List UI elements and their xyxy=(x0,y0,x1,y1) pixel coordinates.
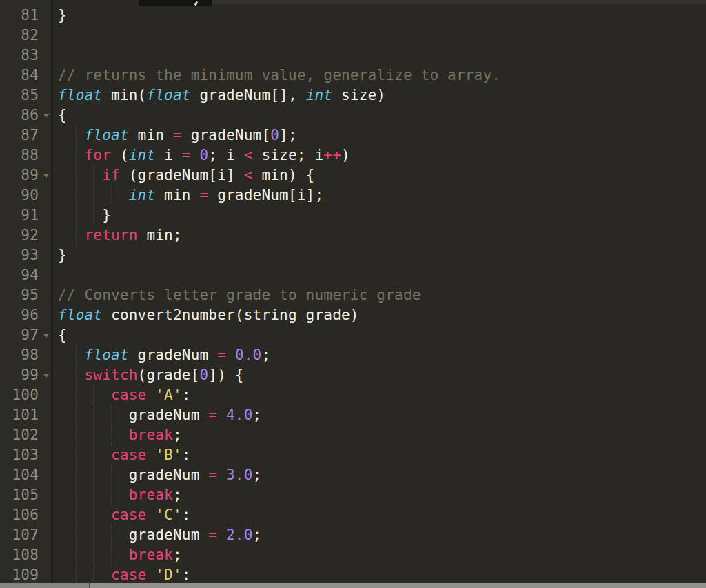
line-number: 88 xyxy=(0,145,39,165)
code-text[interactable]: float convert2number(string grade) xyxy=(58,305,706,325)
code-text[interactable]: break; xyxy=(58,425,706,445)
code-token: gradeNum[i]; xyxy=(208,187,323,203)
code-text[interactable]: float min(float gradeNum[], int size) xyxy=(58,85,706,105)
code-line-row: 96float convert2number(string grade) xyxy=(0,305,706,325)
code-text[interactable] xyxy=(58,265,706,285)
line-number: 81 xyxy=(0,6,39,26)
code-text[interactable]: } xyxy=(58,6,706,26)
line-number: 103 xyxy=(0,445,39,465)
prev-line-selection-sliver xyxy=(139,0,212,6)
code-token: = xyxy=(208,527,217,543)
code-text[interactable] xyxy=(58,26,706,45)
fold-arrow[interactable] xyxy=(39,105,58,125)
code-token xyxy=(58,567,111,583)
code-token: ; xyxy=(173,547,182,563)
code-token: 'C' xyxy=(155,507,182,523)
code-text[interactable]: float gradeNum = 0.0; xyxy=(58,345,706,365)
fold-zone xyxy=(39,465,58,485)
code-line-row: 97{ xyxy=(0,325,706,345)
code-token xyxy=(58,127,85,143)
code-token: ++ xyxy=(323,147,341,163)
code-text[interactable]: } xyxy=(58,245,706,265)
code-text[interactable]: for (int i = 0; i < size; i++) xyxy=(58,145,706,165)
code-line-row: 85float min(float gradeNum[], int size) xyxy=(0,85,706,105)
code-text[interactable]: case 'B': xyxy=(58,445,706,465)
code-line-row: 102 break; xyxy=(0,425,706,445)
code-text[interactable]: break; xyxy=(58,485,706,505)
code-token: < xyxy=(244,167,253,183)
code-text[interactable]: return min; xyxy=(58,225,706,245)
code-line-row: 106 case 'C': xyxy=(0,505,706,525)
line-number: 85 xyxy=(0,85,39,105)
line-number: 84 xyxy=(0,65,39,85)
code-token: float xyxy=(85,127,129,143)
code-tokens: switch(grade[0]) { xyxy=(58,367,244,383)
code-tokens: int min = gradeNum[i]; xyxy=(58,187,323,203)
code-line-row: 88 for (int i = 0; i < size; i++) xyxy=(0,145,706,165)
code-line-row: 84// returns the minimum value, generali… xyxy=(0,65,706,85)
code-tokens: float convert2number(string grade) xyxy=(58,307,359,323)
line-number: 93 xyxy=(0,245,39,265)
code-text[interactable]: gradeNum = 2.0; xyxy=(58,525,706,545)
code-token xyxy=(58,167,102,183)
code-line-row: 109 case 'D': xyxy=(0,565,706,585)
code-text[interactable]: { xyxy=(58,105,706,125)
code-token: float xyxy=(146,87,190,103)
fold-zone xyxy=(39,26,58,45)
chevron-down-icon xyxy=(43,334,49,338)
code-tokens: // returns the minimum value, generalize… xyxy=(58,67,501,83)
code-text[interactable]: } xyxy=(58,205,706,225)
code-token: } xyxy=(58,7,67,23)
line-number: 104 xyxy=(0,465,39,485)
code-token: size; i xyxy=(253,147,324,163)
code-tokens: float min = gradeNum[0]; xyxy=(58,127,297,143)
code-text[interactable]: // returns the minimum value, generalize… xyxy=(58,65,706,85)
code-text[interactable]: case 'D': xyxy=(58,565,706,585)
code-token: case xyxy=(111,567,146,583)
fold-arrow[interactable] xyxy=(39,165,58,185)
code-text[interactable]: if (gradeNum[i] < min) { xyxy=(58,165,706,185)
line-number: 97 xyxy=(0,325,39,345)
code-line-row: 83 xyxy=(0,45,706,65)
code-text[interactable]: gradeNum = 3.0; xyxy=(58,465,706,485)
fold-zone xyxy=(39,305,58,325)
code-text[interactable]: gradeNum = 4.0; xyxy=(58,405,706,425)
line-number: 82 xyxy=(0,26,39,45)
fold-zone xyxy=(39,65,58,85)
code-token: break xyxy=(129,487,173,503)
code-line-row: 98 float gradeNum = 0.0; xyxy=(0,345,706,365)
code-text[interactable]: { xyxy=(58,325,706,345)
code-text[interactable]: case 'C': xyxy=(58,505,706,525)
code-text[interactable] xyxy=(58,45,706,65)
code-tokens: } xyxy=(58,207,111,223)
code-tokens: float gradeNum = 0.0; xyxy=(58,347,270,363)
bottom-edge-notch xyxy=(89,583,90,588)
code-token: gradeNum[ xyxy=(182,127,270,143)
fold-arrow[interactable] xyxy=(39,325,58,345)
fold-arrow[interactable] xyxy=(39,365,58,385)
code-text[interactable]: float min = gradeNum[0]; xyxy=(58,125,706,145)
code-tokens: case 'B': xyxy=(58,447,191,463)
code-token: size) xyxy=(332,87,385,103)
code-text[interactable]: switch(grade[0]) { xyxy=(58,365,706,385)
code-text[interactable]: int min = gradeNum[i]; xyxy=(58,185,706,205)
code-token: gradeNum[], xyxy=(191,87,306,103)
line-number: 96 xyxy=(0,305,39,325)
fold-zone xyxy=(39,505,58,525)
code-text[interactable]: break; xyxy=(58,545,706,565)
code-tokens: { xyxy=(58,107,67,123)
code-token: int xyxy=(306,87,333,103)
code-token: = xyxy=(173,127,182,143)
code-token: ; xyxy=(173,427,182,443)
code-token: = xyxy=(217,347,226,363)
code-tokens: } xyxy=(58,247,67,263)
code-text[interactable]: // Converts letter grade to numeric grad… xyxy=(58,285,706,305)
code-token: : xyxy=(182,387,191,403)
code-text[interactable]: case 'A': xyxy=(58,385,706,405)
code-token: convert2number(string grade) xyxy=(102,307,359,323)
code-line-row: 92 return min; xyxy=(0,225,706,245)
line-number: 102 xyxy=(0,425,39,445)
line-number: 92 xyxy=(0,225,39,245)
code-line-row: 91 } xyxy=(0,205,706,225)
code-tokens: // Converts letter grade to numeric grad… xyxy=(58,287,421,303)
